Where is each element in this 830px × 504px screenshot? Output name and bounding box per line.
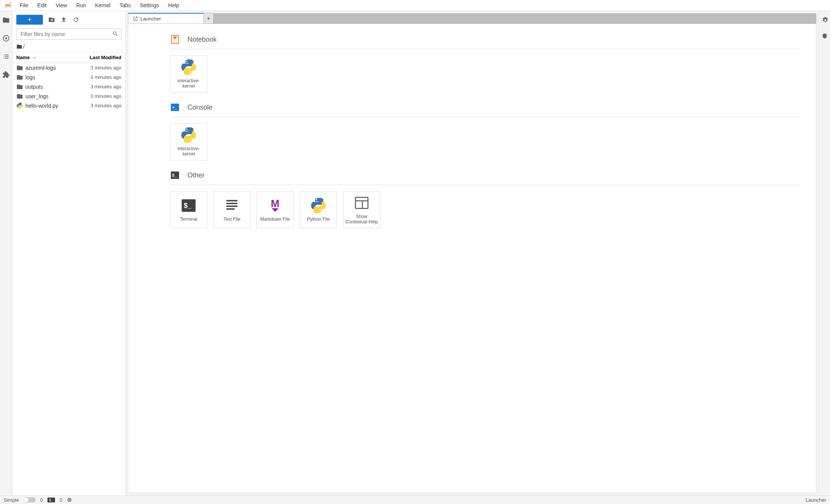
file-browser-toolbar: + bbox=[13, 11, 125, 27]
file-modified: 3 minutes ago bbox=[76, 93, 125, 99]
file-row[interactable]: azureml-logs3 minutes ago bbox=[13, 63, 125, 72]
file-name: user_logs bbox=[25, 93, 76, 99]
menu-settings[interactable]: Settings bbox=[135, 0, 164, 11]
file-browser-panel: + / Name Last Modified azureml-logs3 min… bbox=[13, 11, 126, 495]
dock-area: Launcher + Notebook interactive-kernel C… bbox=[128, 13, 816, 493]
launcher-card[interactable]: Python File bbox=[300, 191, 337, 228]
tab-bar: Launcher + bbox=[128, 13, 816, 24]
menu-kernel[interactable]: Kernel bbox=[90, 0, 115, 11]
cpu-icon bbox=[67, 497, 72, 502]
main-area: + / Name Last Modified azureml-logs3 min… bbox=[0, 11, 830, 495]
upload-icon[interactable] bbox=[60, 16, 67, 23]
tab-title: Launcher bbox=[140, 16, 161, 22]
card-label: Markdown File bbox=[259, 217, 291, 222]
property-inspector-icon[interactable] bbox=[821, 16, 828, 23]
card-label: Python File bbox=[306, 217, 331, 222]
launcher-body: Notebook interactive-kernel Console inte… bbox=[128, 24, 816, 493]
card-label: interactive-kernel bbox=[170, 146, 207, 157]
console-icon bbox=[170, 102, 180, 112]
launcher-card[interactable]: Text File bbox=[213, 191, 250, 228]
menu-help[interactable]: Help bbox=[164, 0, 184, 11]
new-launcher-button[interactable]: + bbox=[16, 15, 43, 25]
file-modified: 3 minutes ago bbox=[76, 84, 125, 89]
launcher-card[interactable]: Show Contextual Help bbox=[343, 191, 380, 228]
card-label: Terminal bbox=[178, 217, 198, 222]
launcher-card[interactable]: interactive-kernel bbox=[170, 55, 207, 93]
search-icon bbox=[112, 31, 118, 37]
file-list: azureml-logs3 minutes agologs3 minutes a… bbox=[13, 63, 125, 495]
card-label: interactive-kernel bbox=[170, 79, 207, 89]
simple-mode-label: Simple bbox=[4, 497, 19, 503]
menu-bar: FileEditViewRunKernelTabsSettingsHelp bbox=[0, 0, 830, 11]
file-modified: 3 minutes ago bbox=[76, 65, 125, 71]
status-mode: Launcher bbox=[806, 497, 826, 503]
menu-file[interactable]: File bbox=[15, 0, 33, 11]
kernels-count[interactable]: 0 bbox=[60, 497, 62, 503]
file-row[interactable]: logs3 minutes ago bbox=[13, 72, 125, 82]
markdown-icon bbox=[267, 197, 283, 214]
python-icon bbox=[310, 197, 327, 214]
menu-edit[interactable]: Edit bbox=[33, 0, 51, 11]
folder-icon bbox=[16, 68, 23, 125]
file-modified: 3 minutes ago bbox=[76, 103, 125, 108]
file-filter bbox=[16, 28, 121, 40]
refresh-icon[interactable] bbox=[72, 16, 79, 23]
column-modified[interactable]: Last Modified bbox=[76, 55, 125, 60]
running-icon[interactable] bbox=[2, 35, 10, 42]
svg-point-19 bbox=[10, 8, 11, 8]
menu-run[interactable]: Run bbox=[72, 0, 91, 11]
python-icon bbox=[180, 59, 197, 75]
toc-icon[interactable] bbox=[2, 53, 10, 60]
sort-asc-icon bbox=[32, 55, 37, 60]
new-folder-icon[interactable] bbox=[48, 16, 55, 23]
terminal-section-icon bbox=[170, 170, 180, 180]
svg-point-17 bbox=[10, 2, 11, 3]
add-tab-button[interactable]: + bbox=[204, 13, 214, 24]
breadcrumb[interactable]: / bbox=[13, 42, 125, 52]
terminal-icon bbox=[180, 197, 197, 214]
section-label: Console bbox=[187, 104, 213, 111]
column-name[interactable]: Name bbox=[13, 55, 76, 60]
launch-icon bbox=[133, 16, 138, 21]
status-bar: Simple 0 $_ 0 Launcher bbox=[0, 495, 830, 504]
file-row[interactable]: outputs3 minutes ago bbox=[13, 82, 125, 91]
file-row[interactable]: user_logs3 minutes ago bbox=[13, 91, 125, 101]
file-name: outputs bbox=[25, 84, 76, 90]
help-icon bbox=[353, 195, 370, 211]
python-icon bbox=[180, 127, 197, 143]
launcher-card[interactable]: Terminal bbox=[170, 191, 207, 228]
section-console: Console interactive-kernel bbox=[170, 102, 801, 160]
python-icon bbox=[16, 102, 23, 109]
tab-launcher[interactable]: Launcher bbox=[128, 13, 204, 24]
folder-icon bbox=[16, 44, 22, 50]
file-name: azureml-logs bbox=[25, 65, 76, 71]
file-filter-input[interactable] bbox=[16, 28, 121, 40]
notebook-icon bbox=[170, 35, 180, 44]
folder-icon[interactable] bbox=[2, 16, 10, 24]
jupyter-logo-icon bbox=[4, 1, 12, 9]
launcher-card[interactable]: interactive-kernel bbox=[170, 123, 207, 160]
file-modified: 3 minutes ago bbox=[76, 74, 125, 80]
file-name: hello-world.py bbox=[25, 103, 76, 109]
menu-tabs[interactable]: Tabs bbox=[115, 0, 135, 11]
launcher-card[interactable]: Markdown File bbox=[257, 191, 294, 228]
section-other: Other Terminal Text File Markdown File P… bbox=[170, 170, 801, 228]
menu-view[interactable]: View bbox=[51, 0, 72, 11]
file-name: logs bbox=[25, 74, 76, 80]
file-list-header: Name Last Modified bbox=[13, 52, 125, 63]
breadcrumb-root: / bbox=[23, 44, 25, 50]
text-icon bbox=[224, 197, 240, 214]
card-label: Show Contextual Help bbox=[343, 214, 380, 225]
left-activity-bar bbox=[0, 11, 13, 495]
file-row[interactable]: hello-world.py3 minutes ago bbox=[13, 101, 125, 110]
debugger-icon[interactable] bbox=[821, 32, 828, 39]
section-label: Notebook bbox=[187, 36, 217, 44]
terminal-badge-icon: $_ bbox=[47, 498, 55, 502]
terminals-count[interactable]: 0 bbox=[40, 497, 43, 503]
section-notebook: Notebook interactive-kernel bbox=[170, 35, 801, 93]
section-label: Other bbox=[187, 171, 205, 179]
right-activity-bar bbox=[819, 11, 830, 495]
simple-mode-toggle[interactable] bbox=[24, 497, 36, 502]
extensions-icon[interactable] bbox=[2, 71, 10, 79]
svg-point-18 bbox=[5, 7, 6, 8]
